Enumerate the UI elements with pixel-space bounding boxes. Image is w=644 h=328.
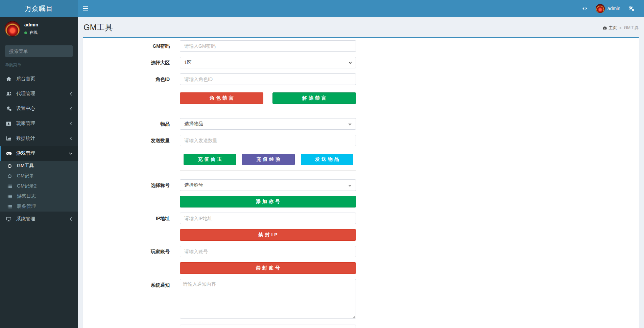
avatar — [596, 4, 605, 13]
user-menu[interactable]: admin — [592, 0, 624, 17]
sidebar-search — [5, 45, 73, 57]
mute-role-button[interactable]: 角色禁言 — [180, 92, 263, 104]
form-row-account: 玩家账号 — [86, 246, 636, 257]
content-area: GM工具 主页 > GM工具 GM密码 选择大区 — [78, 17, 644, 328]
gears-icon — [6, 106, 14, 111]
desktop-icon — [6, 217, 14, 222]
title-select-label: 选择称号 — [86, 179, 170, 191]
sidebar-item-system[interactable]: 系统管理 — [0, 212, 78, 226]
sidebar-submenu-wrap: GM工具 GM记录 GM记录2 — [0, 161, 78, 212]
ban-account-button[interactable]: 禁封账号 — [180, 262, 356, 274]
chevron-left-icon — [69, 122, 73, 126]
form-row-role-id: 角色ID — [86, 73, 636, 85]
sidebar-item-label: 玩家管理 — [16, 121, 69, 127]
settings-button[interactable] — [624, 0, 639, 17]
gm-tools-panel: GM密码 选择大区 1区 角色ID — [83, 37, 639, 328]
breadcrumb-home-link[interactable]: 主页 — [602, 25, 617, 31]
list-icon — [7, 204, 15, 209]
submenu-item-gm-records[interactable]: GM记录 — [0, 171, 78, 181]
submenu-item-gm-records2[interactable]: GM记录2 — [0, 181, 78, 191]
form-row-quantity: 发送数量 — [86, 135, 636, 146]
sidebar-username: admin — [24, 22, 38, 27]
zone-select-value: 1区 — [184, 60, 192, 66]
sidebar-item-agents[interactable]: 代理管理 — [0, 86, 78, 101]
area-chart-icon — [6, 136, 14, 141]
divider-row — [86, 170, 636, 171]
recharge-jade-button[interactable]: 充值仙玉 — [184, 154, 236, 165]
form-row-gm-password: GM密码 — [86, 40, 636, 52]
zone-label: 选择大区 — [86, 57, 170, 68]
title-select[interactable]: 选择称号 — [180, 179, 356, 191]
add-title-button[interactable]: 添加称号 — [180, 196, 356, 207]
refresh-icon — [582, 6, 588, 11]
caret-down-icon — [348, 124, 352, 126]
quantity-label: 发送数量 — [86, 135, 170, 146]
chevron-down-icon — [69, 152, 73, 155]
divider — [180, 170, 356, 171]
partial-input[interactable] — [180, 325, 356, 328]
ip-label: IP地址 — [86, 213, 170, 224]
sidebar-item-game-management[interactable]: 游戏管理 — [0, 146, 78, 161]
notice-textarea[interactable] — [180, 279, 356, 319]
form-row-zone: 选择大区 1区 — [86, 57, 636, 68]
ip-input[interactable] — [180, 213, 356, 224]
divider-row — [86, 109, 636, 109]
sidebar-menu: 后台首页 代理管理 — [0, 71, 78, 226]
form-row-title-select: 选择称号 选择称号 — [86, 179, 636, 191]
role-id-input[interactable] — [180, 73, 356, 85]
zone-select[interactable]: 1区 — [180, 57, 356, 68]
submenu-item-label: 游戏日志 — [17, 193, 36, 199]
item-select[interactable]: 选择物品 — [180, 118, 356, 130]
sidebar-item-players[interactable]: 玩家管理 — [0, 116, 78, 131]
account-input[interactable] — [180, 246, 356, 257]
top-header: 万众瞩目 admin — [0, 0, 644, 17]
sidebar-item-settings[interactable]: 设置中心 — [0, 101, 78, 116]
gears-icon — [628, 6, 635, 11]
top-navbar: admin — [78, 0, 644, 17]
breadcrumb-home-label: 主页 — [609, 25, 617, 31]
account-label: 玩家账号 — [86, 246, 170, 257]
submenu-item-equipment[interactable]: 装备管理 — [0, 201, 78, 212]
chevron-left-icon — [69, 136, 73, 140]
submenu-item-label: GM记录2 — [17, 183, 37, 189]
dashboard-icon — [602, 26, 607, 30]
form-row-mute-buttons: 角色禁言 解除禁言 — [86, 92, 636, 104]
role-id-label: 角色ID — [86, 73, 170, 85]
avatar — [5, 21, 20, 37]
chevron-left-icon — [69, 217, 73, 221]
sidebar-user-panel: admin 在线 — [0, 17, 78, 41]
divider — [180, 109, 356, 109]
list-icon — [7, 184, 15, 189]
search-input[interactable] — [5, 48, 73, 54]
submenu-item-label: 装备管理 — [17, 203, 36, 210]
page-title: GM工具 — [84, 22, 639, 33]
submenu-item-game-logs[interactable]: 游戏日志 — [0, 191, 78, 201]
chevron-down-icon — [348, 61, 352, 65]
recharge-exp-button[interactable]: 充值经验 — [242, 154, 294, 165]
unmute-role-button[interactable]: 解除禁言 — [272, 92, 356, 104]
form-row-add-title: 添加称号 — [86, 196, 636, 207]
gm-password-input[interactable] — [180, 40, 356, 52]
sidebar-item-label: 代理管理 — [16, 91, 69, 97]
circle-o-icon — [7, 164, 15, 168]
app-logo[interactable]: 万众瞩目 — [0, 0, 78, 17]
title-select-value: 选择称号 — [184, 182, 203, 188]
username-label: admin — [607, 6, 620, 11]
refresh-button[interactable] — [577, 0, 592, 17]
item-label: 物品 — [86, 118, 170, 130]
sidebar-item-label: 设置中心 — [16, 106, 69, 112]
sidebar-item-dashboard[interactable]: 后台首页 — [0, 71, 78, 86]
gamepad-icon — [6, 151, 14, 156]
breadcrumb-current: GM工具 — [624, 25, 639, 31]
sidebar-toggle-button[interactable] — [78, 0, 93, 17]
sidebar-item-statistics[interactable]: 数据统计 — [0, 131, 78, 146]
notice-label: 系统通知 — [86, 279, 170, 320]
send-item-button[interactable]: 发送物品 — [301, 154, 353, 165]
submenu-item-gm-tools[interactable]: GM工具 — [0, 161, 78, 171]
online-status-label: 在线 — [29, 30, 38, 36]
quantity-input[interactable] — [180, 135, 356, 146]
gm-password-label: GM密码 — [86, 40, 170, 52]
ban-ip-button[interactable]: 禁封IP — [180, 229, 356, 241]
menu-header: 导航菜单 — [0, 57, 78, 71]
sidebar: admin 在线 导航菜单 后台首页 — [0, 17, 78, 328]
